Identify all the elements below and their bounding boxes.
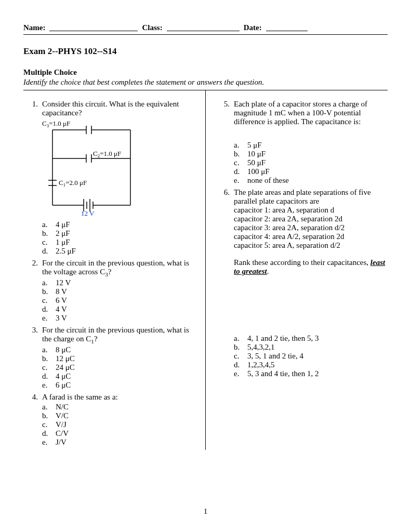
page-number: 1 [23, 507, 388, 516]
q1-text: Consider this circuit. What is the equiv… [42, 100, 196, 117]
choice-letter: c. [42, 238, 56, 247]
spacer [234, 276, 388, 333]
question-5: 5. Each plate of a capacitor stores a ch… [215, 100, 388, 185]
q4-text: A farad is the same as a: [42, 393, 196, 402]
q3-text: For the circuit in the previous question… [42, 326, 196, 344]
choice-text: 8 V [56, 287, 67, 296]
columns: 1. Consider this circuit. What is the eq… [23, 90, 388, 450]
q2-num: 2. [23, 259, 42, 323]
choice-text: 2.5 μF [56, 247, 76, 256]
question-4: 4. A farad is the same as a: a.N/C b.V/C… [23, 393, 196, 447]
choice-text: 100 μF [247, 167, 270, 176]
q2-choices: a.12 V b.8 V c.6 V d.4 V e.3 V [42, 278, 196, 323]
c2-label: C2=1.0 μF [93, 150, 121, 158]
choice-letter: b. [42, 354, 56, 363]
choice-text: 4 μC [56, 372, 71, 381]
choice-text: 4, 1 and 2 tie, then 5, 3 [247, 334, 319, 343]
choice-text: 1,2,3,4,5 [247, 361, 275, 369]
choice-letter: e. [42, 314, 56, 323]
exam-title: Exam 2--PHYS 102--S14 [23, 46, 388, 57]
choice-text: 4 V [56, 305, 67, 314]
choice-text: 10 μF [247, 150, 266, 158]
name-blank [49, 23, 138, 31]
q5-num: 5. [215, 100, 234, 185]
choice-letter: b. [42, 411, 56, 420]
choice-text: V/J [56, 420, 67, 429]
choice-text: 24 μC [56, 363, 75, 372]
choice-text: C/V [56, 429, 69, 438]
class-label: Class: [142, 23, 162, 32]
choice-letter: d. [42, 429, 56, 438]
choice-letter: b. [42, 287, 56, 296]
choice-letter: a. [42, 403, 56, 411]
question-6: 6. The plate areas and plate separations… [215, 188, 388, 378]
c3-label: C3=1.0 μF [42, 119, 70, 128]
right-column: 5. Each plate of a capacitor stores a ch… [206, 90, 388, 450]
section-heading: Multiple Choice [23, 68, 388, 77]
choice-letter: e. [234, 369, 247, 378]
battery-label: 12 V [81, 209, 95, 217]
choice-letter: a. [234, 141, 247, 150]
choice-letter: c. [42, 420, 56, 429]
choice-letter: e. [42, 438, 56, 447]
choice-text: 3, 5, 1 and 2 tie, 4 [247, 352, 303, 361]
choice-text: 1 μF [56, 238, 70, 247]
question-1: 1. Consider this circuit. What is the eq… [23, 100, 196, 256]
name-label: Name: [23, 23, 45, 32]
choice-letter: a. [42, 345, 56, 354]
choice-letter: c. [42, 296, 56, 305]
choice-text: 6 V [56, 296, 67, 305]
q2-text: For the circuit in the previous question… [42, 259, 196, 277]
choice-letter: c. [234, 352, 247, 361]
choice-text: 5, 3 and 4 tie, then 1, 2 [247, 369, 319, 378]
q1-choices: a.4 μF b.2 μF c.1 μF d.2.5 μF [42, 220, 196, 256]
choice-letter: a. [234, 334, 247, 343]
q4-choices: a.N/C b.V/C c.V/J d.C/V e.J/V [42, 403, 196, 447]
choice-text: 3 V [56, 314, 67, 323]
class-blank [167, 23, 240, 31]
date-label: Date: [244, 23, 262, 32]
circuit-diagram: C3=1.0 μF C2=1.0 μF C1=2.0 μF 12 V [42, 119, 156, 218]
q6-cap2: capacitor 2: area 2A, separation 2d [234, 215, 388, 223]
choice-letter: b. [234, 150, 247, 158]
choice-letter: b. [234, 343, 247, 352]
q6-text: The plate areas and plate separations of… [234, 188, 388, 206]
choice-letter: d. [42, 247, 56, 256]
choice-text: 12 μC [56, 354, 75, 363]
choice-letter: d. [234, 167, 247, 176]
header-fields: Name: Class: Date: [23, 23, 388, 32]
section-instructions: Identify the choice that best completes … [23, 78, 388, 87]
q6-cap3: capacitor 3: area 2A, separation d/2 [234, 223, 388, 232]
q6-cap1: capacitor 1: area A, separation d [234, 206, 388, 215]
choice-text: 8 μC [56, 345, 71, 354]
q6-cap4: capacitor 4: area A/2, separation 2d [234, 232, 388, 241]
q6-rank: Rank these according to their capacitanc… [234, 258, 388, 276]
q1-num: 1. [23, 100, 42, 256]
q5-text: Each plate of a capacitor stores a charg… [234, 100, 388, 126]
choice-text: 6 μC [56, 381, 71, 390]
choice-text: 50 μF [247, 158, 266, 167]
question-2: 2. For the circuit in the previous quest… [23, 259, 196, 323]
choice-letter: e. [42, 381, 56, 390]
choice-text: V/C [56, 411, 69, 420]
choice-text: 4 μF [56, 220, 70, 229]
left-column: 1. Consider this circuit. What is the eq… [23, 90, 205, 450]
choice-letter: e. [234, 176, 247, 185]
choice-letter: a. [42, 220, 56, 229]
q6-choices: a.4, 1 and 2 tie, then 5, 3 b.5,4,3,2,1 … [234, 334, 388, 378]
choice-text: J/V [56, 438, 67, 447]
choice-letter: a. [42, 278, 56, 287]
q6-num: 6. [215, 188, 234, 378]
date-blank [266, 23, 308, 31]
choice-letter: b. [42, 229, 56, 238]
choice-letter: c. [42, 363, 56, 372]
q6-cap5: capacitor 5: area A, separation d/2 [234, 241, 388, 250]
choice-text: none of these [247, 176, 289, 185]
choice-letter: d. [42, 372, 56, 381]
question-3: 3. For the circuit in the previous quest… [23, 326, 196, 390]
q3-num: 3. [23, 326, 42, 390]
choice-text: N/C [56, 403, 69, 411]
c1-label: C1=2.0 μF [59, 179, 87, 188]
choice-text: 2 μF [56, 229, 70, 238]
choice-text: 5 μF [247, 141, 262, 150]
